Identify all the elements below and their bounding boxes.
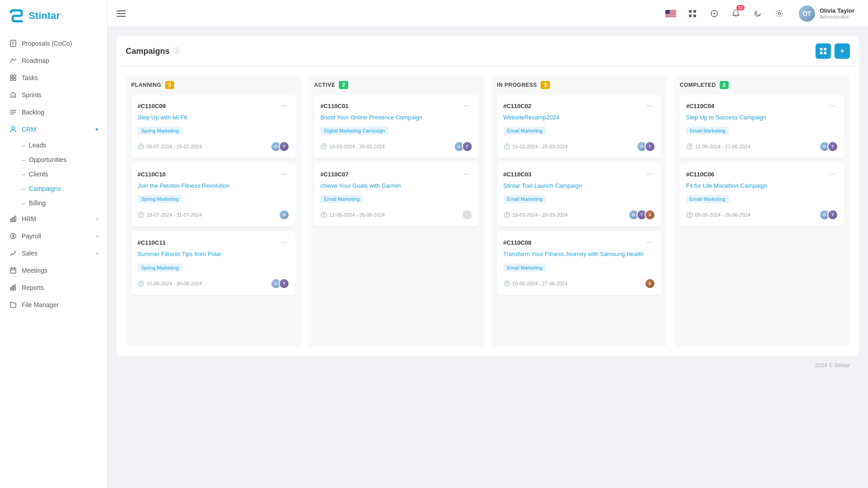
sidebar-item-tasks[interactable]: Tasks [0,69,107,86]
card-menu-button[interactable]: ··· [278,169,289,179]
column-completed: COMPLETED 2 #C110C04 ··· Step Up to Succ… [674,76,850,347]
card-id: #C110C07 [320,171,348,178]
card-c110c08[interactable]: #C110C08 ··· Transform Your Fitness Jour… [497,231,662,295]
user-role: Administrator [820,14,854,19]
page-actions: + [816,43,850,59]
sidebar-item-proposals[interactable]: Proposals (CoCo) [0,35,107,52]
clock-icon: 🕐 [138,280,144,287]
card-menu-button[interactable]: ··· [278,237,289,247]
clock-icon: 🕐 [503,280,510,287]
dark-mode-button[interactable] [750,6,765,21]
sidebar-item-sales-label: Sales [22,250,92,257]
card-avatars: O T X [628,209,655,220]
tasks-icon [9,74,17,82]
card-title: WebsiteRevamp2024 [503,114,655,122]
sidebar-item-tasks-label: Tasks [22,74,98,81]
card-c110c01[interactable]: #C110C01 ··· Boost Your Online Presence … [314,95,479,158]
avatar: T [462,141,473,152]
card-title: Fit for Life Marathon Campaign [686,182,838,190]
card-menu-button[interactable]: ··· [644,237,655,247]
board-columns: PLANNING 3 #C110C09 ··· Step Up with Mi … [126,76,850,347]
settings-button[interactable] [772,6,787,21]
card-menu-button[interactable]: ··· [644,101,655,111]
avatar: X [645,278,655,289]
sidebar-item-leads[interactable]: Leads [0,138,107,152]
sidebar-item-reports[interactable]: Reports [0,279,107,296]
card-menu-button[interactable]: ··· [644,169,655,179]
sidebar-item-roadmap[interactable]: Roadmap [0,52,107,69]
card-menu-button[interactable]: ··· [461,101,472,111]
sidebar-item-hrm[interactable]: HRM › [0,210,107,227]
card-date: 🕐 11-06-2024 - 26-06-2024 [320,212,384,218]
sidebar-item-billing[interactable]: Billing [0,196,107,210]
svg-rect-42 [820,52,823,55]
language-flag[interactable] [663,6,678,21]
card-avatars: O T [819,141,838,152]
sidebar: Stintar Proposals (CoCo) Roadmap Tasks [0,0,108,488]
user-name: Olivia Taylor [820,7,854,14]
card-c110c04[interactable]: #C110C04 ··· Step Up to Success Campaign… [680,95,844,158]
sidebar-item-file-manager[interactable]: File Manager [0,296,107,313]
column-in-progress: IN PROGRESS 3 #C110C02 ··· WebsiteRevamp… [492,76,667,347]
logo: Stintar [9,8,60,23]
card-tag: Email Marketing [320,195,363,203]
column-planning-header: PLANNING 3 [131,81,296,89]
card-id: #C110C08 [503,239,531,246]
add-campaign-button[interactable]: + [835,43,850,59]
card-c110c06[interactable]: #C110C06 ··· Fit for Life Marathon Campa… [680,163,844,227]
hamburger-button[interactable] [117,10,126,17]
grid-view-button[interactable] [816,43,831,59]
card-avatars: O T [636,141,655,152]
sidebar-item-campaigns[interactable]: Campaigns [0,181,107,196]
column-in-progress-title: IN PROGRESS [497,82,537,88]
card-title: Join the Peloton Fitness Revolution [138,182,289,190]
user-profile-button[interactable]: OT Olivia Taylor Administrator [794,3,859,24]
card-tag: Digital Marketing Campaign [320,127,389,135]
card-id: #C110C03 [503,171,531,178]
sidebar-item-opportunities[interactable]: Opportunities [0,152,107,167]
card-menu-button[interactable]: ··· [278,101,289,111]
info-icon[interactable]: ⓘ [173,47,180,55]
apps-button[interactable] [685,6,700,21]
card-c110c07[interactable]: #C110C07 ··· chieve Your Goals with Garm… [314,163,479,227]
sidebar-item-payroll[interactable]: Payroll › [0,227,107,245]
sidebar-item-clients[interactable]: Clients [0,167,107,181]
card-tag: Spring Marketing [138,127,182,135]
card-c110c02[interactable]: #C110C02 ··· WebsiteRevamp2024 Email Mar… [497,95,662,158]
card-tag: Email Marketing [686,127,729,135]
svg-rect-17 [10,268,16,273]
document-icon [9,39,17,47]
crm-icon [9,125,17,133]
user-avatar: OT [799,5,815,22]
clock-icon: 🕐 [503,143,510,150]
card-menu-button[interactable]: ··· [827,169,838,179]
avatar: O [279,209,289,220]
svg-rect-25 [665,14,676,14]
focus-button[interactable] [707,6,722,21]
sales-icon [9,249,17,257]
card-menu-button[interactable]: ··· [827,101,838,111]
svg-point-12 [12,127,14,129]
sidebar-item-crm[interactable]: CRM ▾ [0,121,107,138]
card-c110c03[interactable]: #C110C03 ··· Stintar Tool Launch Campaig… [497,163,662,227]
sidebar-item-backlog[interactable]: Backlog [0,104,107,121]
sidebar-item-meetings[interactable]: Meetings [0,262,107,279]
sidebar-nav: Proposals (CoCo) Roadmap Tasks Sprints [0,31,107,488]
card-menu-button[interactable]: ··· [461,169,472,179]
notifications-button[interactable]: 52 [728,6,744,21]
column-active-badge: 2 [339,81,348,89]
page-title-area: Campaigns ⓘ [126,47,180,56]
card-c110c10[interactable]: #C110C10 ··· Join the Peloton Fitness Re… [131,163,296,227]
card-date: 🕐 16-03-2024 - 25-03-2024 [503,143,568,150]
hrm-chevron-icon: › [96,216,98,222]
sidebar-item-sprints[interactable]: Sprints [0,86,107,104]
kanban-board: PLANNING 3 #C110C09 ··· Step Up with Mi … [117,66,859,356]
card-id: #C110C04 [686,103,714,109]
card-c110c11[interactable]: #C110C11 ··· Summer Fitness Tips from Po… [131,231,296,295]
sidebar-item-meetings-label: Meetings [22,267,98,274]
page-header: Campaigns ⓘ + [117,36,859,66]
sprints-icon [9,91,17,99]
card-c110c09[interactable]: #C110C09 ··· Step Up with Mi Fit Spring … [131,95,296,158]
card-title: Stintar Tool Launch Campaign [503,182,655,190]
sidebar-item-sales[interactable]: Sales › [0,245,107,262]
